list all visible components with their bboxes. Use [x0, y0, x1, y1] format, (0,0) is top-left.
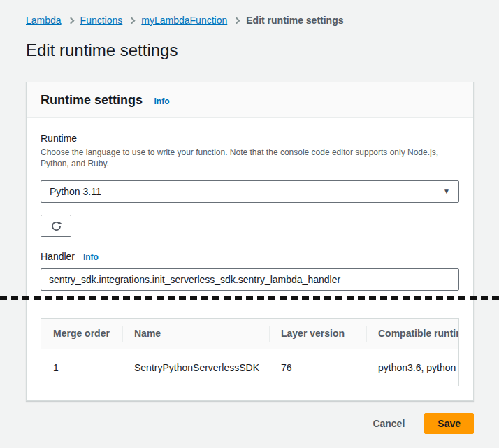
refresh-runtimes-button[interactable]	[41, 215, 71, 237]
runtime-field-label: Runtime	[41, 132, 459, 145]
refresh-icon	[50, 220, 62, 232]
chevron-right-icon	[129, 17, 136, 24]
footer-actions: Cancel Save	[26, 413, 474, 434]
layers-table: Merge order Name Layer version Compatibl…	[41, 319, 458, 386]
cell-compatible-runtimes: python3.6, python	[366, 349, 458, 386]
cell-merge-order: 1	[41, 349, 122, 386]
chevron-right-icon	[67, 17, 74, 24]
handler-field-label: Handler	[41, 251, 75, 262]
layers-table-header-row: Merge order Name Layer version Compatibl…	[41, 319, 458, 349]
panel-header: Runtime settings Info	[27, 82, 473, 118]
edit-runtime-settings-page: Lambda Functions myLambdaFunction Edit r…	[0, 0, 499, 448]
breadcrumb-function-name[interactable]: myLambdaFunction	[141, 15, 227, 26]
cell-layer-name: SentryPythonServerlessSDK	[122, 349, 269, 386]
runtime-description-line1: Choose the language to use to write your…	[41, 147, 438, 157]
runtime-select-value: Python 3.11	[50, 186, 101, 197]
handler-info-link[interactable]: Info	[83, 252, 99, 262]
handler-field-label-row: Handler Info	[41, 250, 459, 263]
layer-table-row: 1 SentryPythonServerlessSDK 76 python3.6…	[41, 349, 458, 386]
save-button[interactable]: Save	[424, 413, 474, 434]
cancel-button[interactable]: Cancel	[373, 414, 405, 433]
breadcrumb: Lambda Functions myLambdaFunction Edit r…	[26, 15, 474, 26]
runtime-settings-panel: Runtime settings Info Runtime Choose the…	[26, 82, 474, 401]
runtime-description-line2: Python, and Ruby.	[41, 159, 109, 168]
runtime-settings-info-link[interactable]: Info	[154, 96, 169, 106]
panel-body: Runtime Choose the language to use to wr…	[27, 118, 473, 400]
column-header-layer-version: Layer version	[269, 319, 366, 349]
breadcrumb-functions[interactable]: Functions	[80, 15, 123, 26]
caret-down-icon: ▼	[443, 188, 450, 195]
handler-input[interactable]	[41, 268, 459, 291]
breadcrumb-current: Edit runtime settings	[246, 15, 343, 26]
layers-table-container: Merge order Name Layer version Compatibl…	[41, 318, 459, 386]
page-title: Edit runtime settings	[26, 40, 474, 61]
runtime-field-description: Choose the language to use to write your…	[41, 147, 459, 169]
breadcrumb-lambda[interactable]: Lambda	[26, 15, 62, 26]
column-header-merge-order: Merge order	[41, 319, 122, 349]
column-header-name: Name	[122, 319, 269, 349]
screenshot-cut-dashed-line	[0, 296, 499, 300]
panel-title: Runtime settings	[41, 93, 143, 107]
cell-layer-version: 76	[269, 349, 366, 386]
column-header-compatible-runtimes: Compatible runtimes	[366, 319, 458, 349]
runtime-select[interactable]: Python 3.11 ▼	[41, 180, 459, 203]
chevron-right-icon	[233, 17, 240, 24]
